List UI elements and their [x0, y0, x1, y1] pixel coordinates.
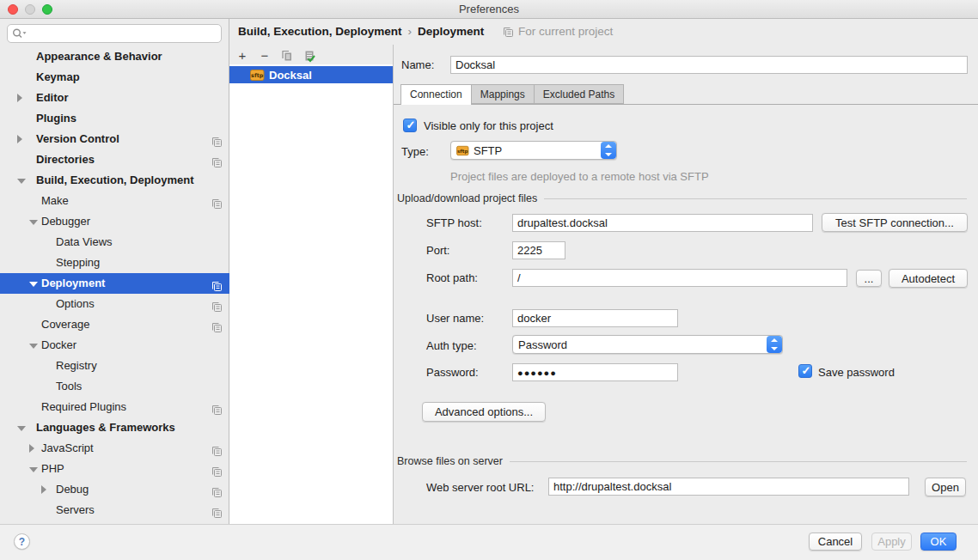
sidebar-item-directories[interactable]: Directories: [0, 149, 229, 170]
sidebar-item-tools[interactable]: Tools: [0, 376, 229, 397]
open-button[interactable]: Open: [925, 478, 966, 496]
sidebar-item-label: Options: [0, 294, 95, 314]
chevron-down-icon[interactable]: [29, 344, 38, 349]
chevron-right-icon[interactable]: [29, 444, 34, 453]
use-as-default-button[interactable]: [303, 49, 316, 63]
test-sftp-connection-button[interactable]: Test SFTP connection...: [822, 213, 968, 232]
sidebar-item-plugins[interactable]: Plugins: [0, 108, 229, 129]
for-current-project-label: For current project: [518, 19, 613, 45]
sidebar-item-label: Plugins: [0, 108, 76, 129]
breadcrumb: Build, Execution, Deployment›Deployment: [238, 19, 484, 45]
name-input[interactable]: [450, 56, 968, 74]
chevron-right-icon[interactable]: [41, 485, 46, 494]
breadcrumb-parent[interactable]: Build, Execution, Deployment: [238, 25, 402, 38]
sidebar-item-options[interactable]: Options: [0, 294, 229, 314]
sidebar-item-debugger[interactable]: Debugger: [0, 211, 229, 232]
type-select[interactable]: sftp SFTP: [450, 141, 617, 160]
chevron-down-icon[interactable]: [17, 426, 26, 431]
server-name: Docksal: [269, 69, 312, 82]
sidebar-item-languages-frameworks[interactable]: Languages & Frameworks: [0, 417, 229, 438]
password-label: Password:: [426, 363, 479, 381]
per-project-icon: [503, 27, 514, 38]
upload-section-header: Upload/download project files: [397, 192, 967, 204]
chevron-right-icon[interactable]: [17, 135, 22, 143]
tab-mappings[interactable]: Mappings: [472, 84, 535, 104]
window-title: Preferences: [0, 0, 978, 18]
tab-connection[interactable]: Connection: [400, 84, 472, 105]
sidebar-item-label: Servers: [0, 500, 95, 520]
sidebar-item-debug[interactable]: Debug: [0, 479, 229, 500]
sidebar-item-javascript[interactable]: JavaScript: [0, 438, 229, 459]
sidebar-item-coverage[interactable]: Coverage: [0, 314, 229, 335]
sidebar-item-make[interactable]: Make: [0, 191, 229, 211]
chevron-right-icon[interactable]: [17, 94, 22, 102]
cancel-button[interactable]: Cancel: [809, 533, 862, 551]
server-list-item-docksal[interactable]: sftp Docksal: [229, 66, 393, 83]
sidebar-item-appearance-behavior[interactable]: Appearance & Behavior: [0, 46, 229, 67]
advanced-options-button[interactable]: Advanced options...: [422, 402, 546, 422]
browse-section-header: Browse files on server: [397, 455, 967, 467]
chevron-down-icon[interactable]: [17, 179, 26, 184]
settings-sidebar: Appearance & BehaviorKeymapEditorPlugins…: [0, 19, 229, 524]
sidebar-item-build-execution-deployment[interactable]: Build, Execution, Deployment: [0, 170, 229, 191]
auth-type-label: Auth type:: [426, 337, 477, 355]
autodetect-button[interactable]: Autodetect: [889, 269, 968, 288]
minimize-icon[interactable]: [25, 4, 35, 15]
browse-root-path-button[interactable]: ...: [856, 270, 882, 287]
sidebar-item-data-views[interactable]: Data Views: [0, 232, 229, 253]
sftp-host-input[interactable]: [512, 214, 813, 232]
sidebar-item-required-plugins[interactable]: Required Plugins: [0, 397, 229, 417]
sidebar-item-registry[interactable]: Registry: [0, 356, 229, 376]
web-root-input[interactable]: [548, 478, 909, 496]
apply-button[interactable]: Apply: [871, 533, 912, 551]
root-path-input[interactable]: [512, 269, 847, 287]
chevron-down-icon[interactable]: [29, 467, 38, 472]
sidebar-item-docker[interactable]: Docker: [0, 335, 229, 356]
type-hint: Project files are deployed to a remote h…: [450, 170, 709, 183]
sidebar-item-label: Appearance & Behavior: [0, 46, 162, 67]
visible-only-label: Visible only for this project: [424, 117, 553, 135]
settings-search-input[interactable]: [7, 24, 222, 43]
remove-server-button[interactable]: −: [258, 49, 272, 63]
copy-server-button[interactable]: [280, 49, 294, 63]
add-server-button[interactable]: +: [235, 49, 249, 63]
sidebar-item-label: Make: [0, 191, 69, 211]
search-caret-icon: [23, 32, 27, 34]
ok-button[interactable]: OK: [920, 533, 957, 551]
tab-excluded-paths[interactable]: Excluded Paths: [535, 84, 624, 104]
sidebar-item-servers[interactable]: Servers: [0, 500, 229, 520]
sidebar-item-editor[interactable]: Editor: [0, 88, 229, 108]
password-input[interactable]: [512, 363, 678, 381]
sidebar-item-keymap[interactable]: Keymap: [0, 67, 229, 88]
sidebar-item-label: Build, Execution, Deployment: [0, 170, 193, 191]
sidebar-item-deployment[interactable]: Deployment: [0, 273, 229, 294]
sidebar-item-version-control[interactable]: Version Control: [0, 129, 229, 149]
visible-only-checkbox[interactable]: [403, 119, 417, 132]
chevron-down-icon[interactable]: [29, 282, 38, 287]
sidebar-item-label: Editor: [0, 88, 69, 108]
save-password-checkbox[interactable]: [798, 364, 812, 378]
svg-text:sftp: sftp: [251, 72, 264, 79]
sidebar-item-label: JavaScript: [0, 438, 94, 459]
sidebar-item-stepping[interactable]: Stepping: [0, 253, 229, 273]
for-current-project-badge: For current project: [503, 19, 613, 45]
sftp-file-icon: sftp: [456, 145, 469, 156]
user-name-input[interactable]: [512, 309, 678, 327]
chevron-down-icon[interactable]: [29, 220, 38, 225]
user-name-label: User name:: [426, 309, 484, 327]
settings-tree: Appearance & BehaviorKeymapEditorPlugins…: [0, 46, 229, 520]
search-icon: [12, 27, 28, 40]
auth-type-select[interactable]: Password: [512, 335, 783, 354]
sidebar-item-php[interactable]: PHP: [0, 459, 229, 479]
close-icon[interactable]: [8, 4, 18, 15]
auth-type-value: Password: [518, 338, 567, 351]
header-strip: Build, Execution, Deployment›Deployment …: [229, 19, 978, 45]
sidebar-item-label: Data Views: [0, 232, 113, 253]
sidebar-item-label: Deployment: [0, 273, 105, 294]
port-input[interactable]: [512, 241, 565, 259]
help-button[interactable]: ?: [14, 533, 30, 550]
sidebar-item-label: Required Plugins: [0, 397, 126, 417]
type-label: Type:: [401, 143, 429, 161]
zoom-icon[interactable]: [42, 4, 52, 15]
sidebar-item-label: Stepping: [0, 253, 100, 273]
